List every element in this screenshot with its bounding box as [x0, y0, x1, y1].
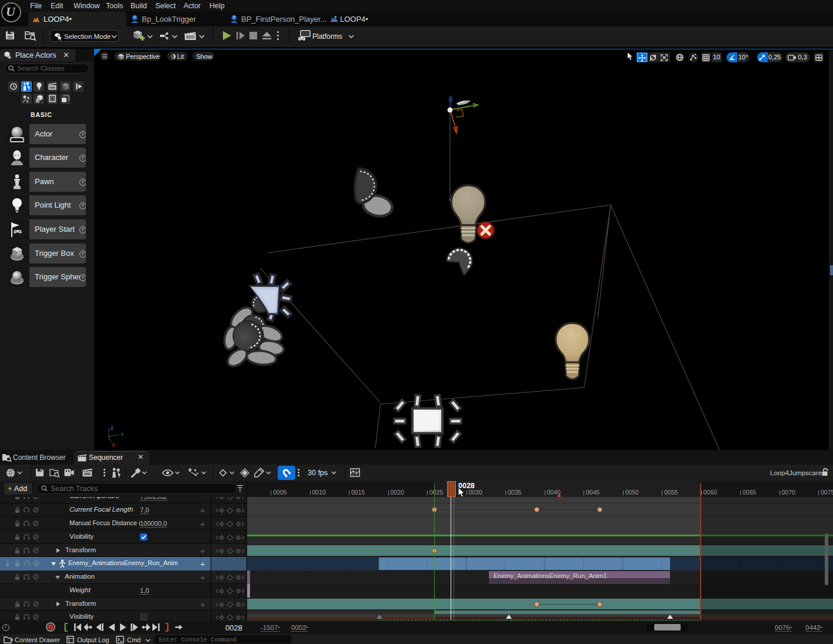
- svg-text:Y: Y: [121, 432, 124, 438]
- svg-text:Z: Z: [111, 425, 114, 431]
- svg-text:X: X: [112, 442, 115, 448]
